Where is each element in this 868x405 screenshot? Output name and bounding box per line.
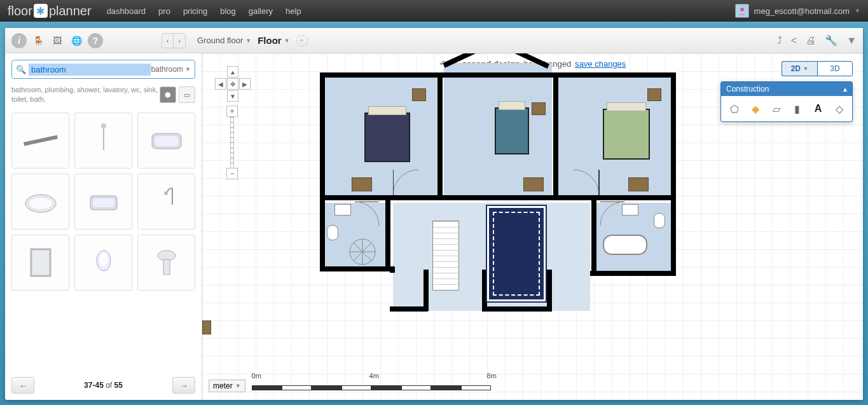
nav-pro[interactable]: pro bbox=[158, 6, 170, 16]
nav-dashboard[interactable]: dashboard bbox=[107, 6, 146, 16]
nav-pricing[interactable]: pricing bbox=[183, 6, 207, 16]
user-email: meg_escott@hotmail.com bbox=[754, 6, 850, 16]
logo-text-left: floor bbox=[8, 4, 32, 18]
topbar: floor ✱ planner dashboard pro pricing bl… bbox=[0, 0, 868, 22]
caret-down-icon: ▼ bbox=[855, 8, 860, 14]
nav-help[interactable]: help bbox=[286, 6, 301, 16]
nav-gallery[interactable]: gallery bbox=[249, 6, 273, 16]
logo-text-right: planner bbox=[49, 4, 92, 18]
svg-point-0 bbox=[740, 8, 744, 11]
logo-icon: ✱ bbox=[34, 4, 48, 18]
nav-blog[interactable]: blog bbox=[220, 6, 236, 16]
avatar bbox=[735, 4, 749, 18]
user-menu[interactable]: meg_escott@hotmail.com ▼ bbox=[735, 4, 860, 18]
logo[interactable]: floor ✱ planner bbox=[8, 4, 92, 18]
nav-links: dashboard pro pricing blog gallery help bbox=[107, 6, 735, 16]
